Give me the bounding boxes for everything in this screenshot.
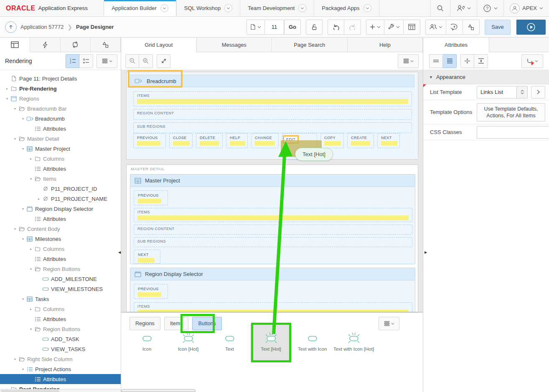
tree-item-post-rendering[interactable]: ▸Post-Rendering: [0, 384, 121, 389]
shared-components-button[interactable]: [463, 20, 480, 35]
appearance-group-header[interactable]: ▼ Appearance: [423, 70, 549, 84]
order-by-type-button[interactable]: [79, 54, 93, 68]
create-menu-button[interactable]: [366, 20, 384, 35]
button-placeholder-next[interactable]: NEXT: [377, 133, 400, 148]
collapse-icon[interactable]: ▾: [12, 227, 18, 231]
lock-button[interactable]: [306, 20, 323, 35]
tab-team-development[interactable]: Team Development: [240, 0, 314, 16]
tree-item-right-side-column[interactable]: ▾Right Side Column: [0, 354, 121, 364]
add-comment-button[interactable]: [446, 20, 463, 35]
redo-button[interactable]: [344, 20, 361, 35]
tree-menu-button[interactable]: [97, 54, 117, 68]
gallery-item-icon[interactable]: Icon: [126, 324, 168, 362]
tree-item-tasks[interactable]: ▾Tasks: [0, 294, 121, 304]
collapse-icon[interactable]: ▾: [12, 107, 18, 111]
breadcrumb-region-header[interactable]: Breadcrumb: [130, 75, 414, 87]
master-project-header[interactable]: Master Project: [130, 175, 415, 187]
collapse-regions-button[interactable]: [460, 54, 474, 68]
expand-regions-button[interactable]: [474, 54, 488, 68]
tree-item-page-11-project-details[interactable]: Page 11: Project Details: [0, 73, 121, 83]
expand-icon[interactable]: ▸: [28, 247, 34, 251]
team-menu-button[interactable]: [425, 20, 446, 35]
tree-item-content-body[interactable]: ▾Content Body: [0, 224, 121, 234]
tree-item-regions[interactable]: ▾Regions: [0, 94, 121, 104]
collapse-icon[interactable]: ▾: [28, 327, 34, 331]
tree-item-breadcrumb[interactable]: ▾Breadcrumb: [0, 114, 121, 124]
button-placeholder-close[interactable]: CLOSE: [169, 133, 193, 148]
gallery-menu-button[interactable]: [379, 317, 399, 330]
collapse-all-button[interactable]: [429, 54, 443, 68]
chevron-down-icon[interactable]: [224, 4, 232, 12]
administration-menu-button[interactable]: [450, 0, 477, 16]
tree-horizontal-scrollbar[interactable]: [0, 389, 121, 392]
utilities-menu-button[interactable]: [384, 20, 404, 35]
collapse-icon[interactable]: ▾: [20, 367, 26, 371]
help-menu-button[interactable]: ?: [477, 0, 503, 16]
run-page-button[interactable]: [516, 20, 546, 35]
items-drop-zone[interactable]: ITEMS: [133, 91, 412, 106]
tab-grid-layout[interactable]: Grid Layout: [121, 38, 197, 52]
tab-rendering[interactable]: [0, 38, 30, 52]
tree-item-milestones[interactable]: ▾Milestones: [0, 234, 121, 244]
chevron-down-icon[interactable]: [298, 4, 306, 12]
go-button[interactable]: Go: [284, 20, 301, 35]
master-project-region-card[interactable]: Master Project PREVIOUS ITEMS REGION CON…: [130, 174, 415, 264]
template-options-button[interactable]: Use Template Defaults, Actions, For All …: [477, 103, 545, 121]
collapse-icon[interactable]: ▾: [28, 267, 34, 271]
gallery-item-text-with-icon-hot[interactable]: Text with Icon [Hot]: [333, 324, 374, 362]
tree-item-breadcrumb-bar[interactable]: ▾Breadcrumb Bar: [0, 104, 121, 114]
tab-application-builder[interactable]: Application Builder: [104, 0, 176, 16]
right-splitter-collapse-handle[interactable]: ▶: [424, 248, 428, 256]
tree-item-region-buttons[interactable]: ▾Region Buttons: [0, 324, 121, 334]
expand-icon[interactable]: ▸: [28, 157, 34, 161]
sub-regions-drop-zone[interactable]: SUB REGIONS: [133, 122, 412, 133]
previous-button-placeholder[interactable]: PREVIOUS: [134, 284, 168, 299]
expand-icon[interactable]: ▸: [36, 197, 42, 201]
tree-item-attributes[interactable]: Attributes: [0, 214, 121, 224]
collapse-icon[interactable]: ▾: [20, 297, 26, 301]
tree-item-view-tasks[interactable]: VIEW_TASKS: [0, 344, 121, 354]
tree-item-attributes[interactable]: Attributes: [0, 124, 121, 134]
zoom-out-button[interactable]: [125, 54, 139, 68]
region-content-drop-zone[interactable]: REGION CONTENT: [134, 225, 412, 235]
chevron-down-icon[interactable]: [160, 4, 168, 12]
search-button[interactable]: [430, 0, 450, 16]
tree-item-columns[interactable]: ▸Columns: [0, 154, 121, 164]
list-template-select[interactable]: Links List: [477, 86, 517, 99]
collapse-icon[interactable]: ▾: [4, 97, 10, 101]
go-to-group-button[interactable]: [521, 54, 543, 68]
tree-item-master-project[interactable]: ▾Master Project: [0, 144, 121, 154]
tree-item-attributes[interactable]: Attributes: [0, 374, 121, 384]
tree-item-columns[interactable]: ▸Columns: [0, 244, 121, 254]
button-placeholder-copy[interactable]: COPY: [320, 133, 344, 148]
tree-item-master-detail[interactable]: ▾Master Detail: [0, 134, 121, 144]
region-display-selector-card[interactable]: Region Display Selector PREVIOUS ITEMS: [130, 268, 415, 312]
page-number-input[interactable]: [265, 20, 284, 35]
collapse-icon[interactable]: ▾: [12, 137, 18, 141]
expand-layout-button[interactable]: [157, 54, 170, 68]
expand-icon[interactable]: ▸: [28, 307, 34, 311]
tab-sql-workshop[interactable]: SQL Workshop: [176, 0, 240, 16]
collapse-icon[interactable]: ▾: [28, 177, 34, 181]
layout-menu-button[interactable]: [398, 54, 419, 68]
quick-pick-button[interactable]: [531, 86, 545, 99]
button-placeholder-change[interactable]: CHANGE: [251, 133, 279, 148]
gallery-item-icon-hot[interactable]: Icon [Hot]: [168, 324, 209, 362]
tree-item-columns[interactable]: ▸Columns: [0, 304, 121, 314]
tree-item-attributes[interactable]: Attributes: [0, 314, 121, 324]
layout-columns-button[interactable]: [404, 20, 420, 35]
previous-button-placeholder[interactable]: PREVIOUS: [134, 190, 168, 205]
gallery-item-text-with-icon[interactable]: Text with Icon: [292, 324, 333, 362]
page-select-button[interactable]: [247, 20, 265, 35]
items-drop-zone[interactable]: ITEMS: [134, 302, 412, 312]
button-placeholder-delete[interactable]: DELETE: [196, 133, 223, 148]
region-content-drop-zone[interactable]: REGION CONTENT: [133, 109, 412, 120]
css-classes-input[interactable]: [477, 126, 549, 139]
button-placeholder-previous[interactable]: PREVIOUS: [133, 133, 166, 148]
next-button-placeholder[interactable]: NEXT: [134, 250, 160, 264]
items-drop-zone[interactable]: ITEMS: [134, 208, 412, 222]
tree-item-project-actions[interactable]: ▾Project Actions: [0, 364, 121, 374]
tab-packaged-apps[interactable]: Packaged Apps: [314, 0, 379, 16]
collapse-icon[interactable]: ▾: [20, 147, 26, 151]
save-button[interactable]: Save: [485, 20, 511, 35]
